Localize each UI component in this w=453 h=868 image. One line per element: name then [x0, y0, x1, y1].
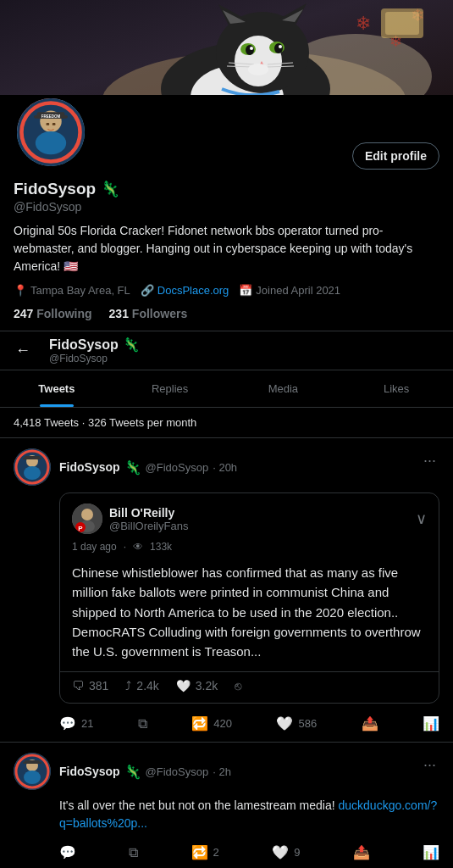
following-count[interactable]: 247 Following — [14, 307, 92, 320]
profile-meta: 📍 Tampa Bay Area, FL 🔗 DocsPlace.org 📅 J… — [14, 284, 439, 297]
tweet-2-name-line: FidoSysop 🦎 @FidoSysop · 2h — [59, 764, 231, 780]
profile-bio: Original 50s Florida Cracker! Fidonet ne… — [14, 222, 439, 275]
quoted-handle: @BillOreilyFans — [109, 520, 188, 532]
tweet-1-display-name: FidoSysop — [59, 460, 120, 474]
retweet-button-1[interactable]: 🔁 420 — [191, 715, 232, 732]
svg-rect-53 — [23, 762, 41, 764]
quoted-views-icon: 👁 — [133, 541, 143, 553]
tweet-1-time: · 20h — [213, 461, 237, 474]
retweet-icon-2: 🔁 — [191, 844, 208, 860]
meta-website[interactable]: 🔗 DocsPlace.org — [141, 284, 229, 297]
meta-joined: 📅 Joined April 2021 — [239, 284, 340, 297]
quoted-avatar: P — [72, 504, 102, 534]
svg-rect-36 — [47, 123, 50, 125]
quoted-retweets[interactable]: ⤴ 2.4k — [125, 679, 158, 693]
tweet-card-2: FidoSysop 🦎 @FidoSysop · 2h ··· It's all… — [0, 743, 453, 868]
tab-media[interactable]: Media — [227, 370, 340, 407]
layers-button-1[interactable]: ⧉ — [138, 716, 147, 732]
quoted-body: Chinese whistleblower has confirmed that… — [60, 558, 439, 671]
quoted-tweet-1[interactable]: P Bill O'Reilly @BillOreilyFans ∨ 1 day … — [59, 492, 439, 704]
tweet-2-badge: 🦎 — [124, 764, 141, 780]
like-button-2[interactable]: 🤍 9 — [272, 844, 300, 860]
tweet-card-1: FidoSysop 🦎 @FidoSysop · 20h ··· — [0, 438, 453, 743]
quoted-share[interactable]: ⎋ — [235, 679, 241, 693]
svg-point-15 — [250, 47, 253, 50]
profile-nav: ← FidoSysop 🦎 @FidoSysop — [0, 331, 453, 370]
svg-text:❄: ❄ — [356, 13, 371, 34]
tweet-2-actions: 💬 ⧉ 🔁 2 🤍 9 📤 📊 — [14, 841, 439, 860]
heart-icon-2: 🤍 — [272, 844, 289, 860]
edit-profile-button[interactable]: Edit profile — [352, 142, 439, 170]
tweet-2-handle: @FidoSysop — [146, 765, 209, 778]
retweet-count-1: 420 — [213, 717, 232, 730]
link-icon: 🔗 — [141, 284, 154, 297]
like-count-1: 586 — [298, 717, 317, 730]
website-link[interactable]: DocsPlace.org — [157, 284, 229, 297]
svg-rect-37 — [52, 123, 56, 125]
retweet-count-2: 2 — [213, 846, 219, 859]
location-icon: 📍 — [14, 284, 27, 297]
verified-badge: 🦎 — [101, 180, 119, 198]
share-button-2[interactable]: 📤 — [353, 844, 370, 860]
tweet-1-header: FidoSysop 🦎 @FidoSysop · 20h ··· — [14, 448, 439, 486]
tweet-2-time: · 2h — [213, 765, 231, 778]
quoted-comments[interactable]: 🗨 381 — [72, 679, 108, 693]
tweet-1-badge: 🦎 — [124, 459, 141, 476]
tweet-2-header: FidoSysop 🦎 @FidoSysop · 2h ··· — [14, 753, 439, 790]
svg-point-54 — [24, 771, 41, 784]
analytics-button-1[interactable]: 📊 — [423, 715, 439, 732]
username-row: FidoSysop 🦎 — [14, 180, 439, 198]
quoted-name-area: Bill O'Reilly @BillOreilyFans — [109, 506, 188, 532]
tab-tweets[interactable]: Tweets — [0, 370, 113, 407]
tabs-bar: Tweets Replies Media Likes — [0, 370, 453, 408]
tweet-1-author-row: FidoSysop 🦎 @FidoSysop · 20h — [14, 448, 237, 486]
share-button-1[interactable]: 📤 — [362, 715, 378, 732]
comment-icon: 🗨 — [72, 679, 84, 693]
reply-icon-2: 💬 — [59, 844, 76, 860]
quoted-time: 1 day ago — [72, 541, 117, 553]
layers-icon-2: ⧉ — [129, 845, 138, 860]
svg-point-45 — [81, 509, 93, 520]
tweet-1-more-button[interactable]: ··· — [420, 448, 439, 473]
svg-point-35 — [36, 131, 66, 154]
nav-display-name: FidoSysop — [49, 337, 119, 353]
quoted-likes[interactable]: 🤍 3.2k — [176, 679, 218, 693]
svg-rect-42 — [23, 458, 41, 459]
upload-icon-2: 📤 — [353, 844, 370, 860]
calendar-icon: 📅 — [239, 284, 252, 297]
reply-button-2[interactable]: 💬 — [59, 844, 76, 860]
reply-button-1[interactable]: 💬 21 — [59, 715, 93, 732]
svg-point-43 — [24, 466, 41, 480]
tab-replies[interactable]: Replies — [113, 370, 227, 407]
tab-likes[interactable]: Likes — [340, 370, 453, 407]
back-button[interactable]: ← — [7, 331, 39, 370]
layers-button-2[interactable]: ⧉ — [129, 845, 138, 860]
share-icon: ⎋ — [235, 679, 241, 693]
analytics-icon-2: 📊 — [423, 844, 439, 860]
tweet-2-more-button[interactable]: ··· — [420, 753, 439, 777]
retweet-button-2[interactable]: 🔁 2 — [191, 844, 219, 860]
retweet-icon-1: 🔁 — [191, 715, 208, 732]
eye-icon: · — [124, 541, 126, 553]
back-icon: ← — [15, 342, 30, 359]
reply-count-1: 21 — [81, 717, 93, 730]
quoted-author-row: P Bill O'Reilly @BillOreilyFans — [72, 504, 188, 534]
svg-point-16 — [279, 45, 282, 48]
tweet-2-avatar — [14, 753, 51, 790]
reply-icon: 💬 — [59, 715, 76, 732]
svg-point-14 — [274, 43, 283, 53]
nav-handle: @FidoSysop — [49, 353, 140, 364]
avatar: FREEDOM — [14, 95, 88, 170]
analytics-icon-1: 📊 — [423, 715, 439, 732]
nav-badge: 🦎 — [123, 337, 140, 353]
follow-stats: 247 Following 231 Followers — [14, 307, 439, 320]
quoted-meta: 1 day ago · 👁 133k — [60, 539, 439, 558]
followers-count[interactable]: 231 Followers — [109, 307, 188, 320]
analytics-button-2[interactable]: 📊 — [423, 844, 439, 860]
layers-icon: ⧉ — [138, 716, 147, 732]
like-button-1[interactable]: 🤍 586 — [276, 715, 317, 732]
tweet-2-author-row: FidoSysop 🦎 @FidoSysop · 2h — [14, 753, 231, 790]
upload-icon-1: 📤 — [362, 715, 378, 732]
quoted-header: P Bill O'Reilly @BillOreilyFans ∨ — [60, 493, 439, 539]
tweet-2-name-area: FidoSysop 🦎 @FidoSysop · 2h — [59, 764, 231, 780]
